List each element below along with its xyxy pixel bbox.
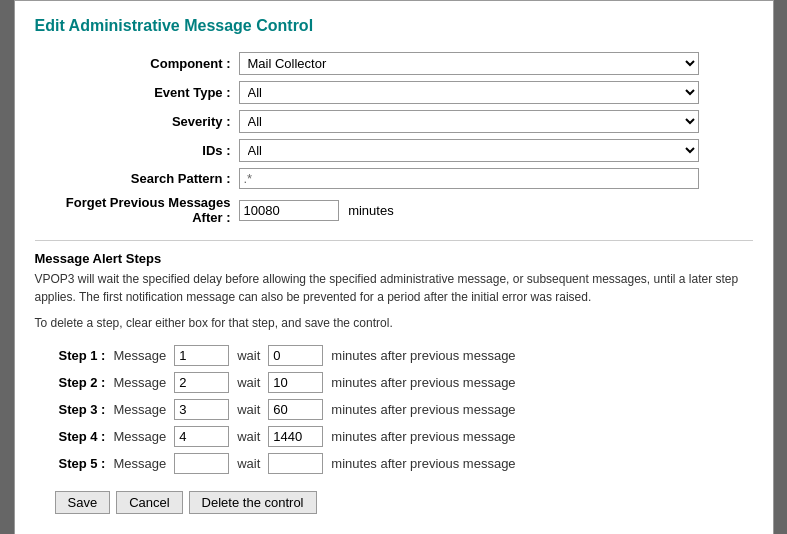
- step-message-cell-1: [170, 342, 233, 369]
- step-message-input-2[interactable]: [174, 372, 229, 393]
- step-message-cell-4: [170, 423, 233, 450]
- component-row: Component : Mail Collector: [35, 49, 753, 78]
- buttons-row: Save Cancel Delete the control: [55, 491, 753, 514]
- ids-field-cell: All: [235, 136, 753, 165]
- forget-row: Forget Previous Messages After : minutes: [35, 192, 753, 228]
- severity-row: Severity : All: [35, 107, 753, 136]
- delete-hint: To delete a step, clear either box for t…: [35, 316, 753, 330]
- main-window: Edit Administrative Message Control Comp…: [14, 0, 774, 534]
- component-field-cell: Mail Collector: [235, 49, 753, 78]
- step-row: Step 1 : Message wait minutes after prev…: [55, 342, 520, 369]
- ids-select[interactable]: All: [239, 139, 699, 162]
- section-title: Message Alert Steps: [35, 251, 753, 266]
- step-message-input-4[interactable]: [174, 426, 229, 447]
- step-wait-input-4[interactable]: [268, 426, 323, 447]
- forget-label: Forget Previous Messages After :: [35, 192, 235, 228]
- step-wait-prefix-1: wait: [233, 342, 264, 369]
- step-wait-input-2[interactable]: [268, 372, 323, 393]
- event-type-select[interactable]: All: [239, 81, 699, 104]
- step-wait-prefix-4: wait: [233, 423, 264, 450]
- divider: [35, 240, 753, 241]
- search-pattern-field-cell: [235, 165, 753, 192]
- step-wait-prefix-5: wait: [233, 450, 264, 477]
- step-label-5: Step 5 :: [55, 450, 110, 477]
- step-wait-input-5[interactable]: [268, 453, 323, 474]
- form-table: Component : Mail Collector Event Type : …: [35, 49, 753, 228]
- event-type-label: Event Type :: [35, 78, 235, 107]
- page-title: Edit Administrative Message Control: [35, 17, 753, 35]
- forget-field-cell: minutes: [235, 192, 753, 228]
- cancel-button[interactable]: Cancel: [116, 491, 182, 514]
- severity-field-cell: All: [235, 107, 753, 136]
- step-message-prefix-1: Message: [109, 342, 170, 369]
- component-label: Component :: [35, 49, 235, 78]
- step-row: Step 3 : Message wait minutes after prev…: [55, 396, 520, 423]
- step-row: Step 2 : Message wait minutes after prev…: [55, 369, 520, 396]
- severity-label: Severity :: [35, 107, 235, 136]
- step-message-prefix-2: Message: [109, 369, 170, 396]
- step-wait-prefix-3: wait: [233, 396, 264, 423]
- search-pattern-label: Search Pattern :: [35, 165, 235, 192]
- step-wait-cell-3: [264, 396, 327, 423]
- step-wait-input-3[interactable]: [268, 399, 323, 420]
- step-message-prefix-5: Message: [109, 450, 170, 477]
- step-message-cell-5: [170, 450, 233, 477]
- severity-select[interactable]: All: [239, 110, 699, 133]
- description-text: VPOP3 will wait the specified delay befo…: [35, 270, 753, 306]
- step-label-4: Step 4 :: [55, 423, 110, 450]
- step-suffix-3: minutes after previous message: [327, 396, 519, 423]
- step-suffix-1: minutes after previous message: [327, 342, 519, 369]
- step-wait-cell-1: [264, 342, 327, 369]
- delete-control-button[interactable]: Delete the control: [189, 491, 317, 514]
- search-pattern-row: Search Pattern :: [35, 165, 753, 192]
- step-message-input-5[interactable]: [174, 453, 229, 474]
- step-label-2: Step 2 :: [55, 369, 110, 396]
- step-message-cell-2: [170, 369, 233, 396]
- step-wait-prefix-2: wait: [233, 369, 264, 396]
- step-suffix-4: minutes after previous message: [327, 423, 519, 450]
- forget-input[interactable]: [239, 200, 339, 221]
- step-wait-cell-4: [264, 423, 327, 450]
- ids-label: IDs :: [35, 136, 235, 165]
- search-pattern-input[interactable]: [239, 168, 699, 189]
- step-suffix-2: minutes after previous message: [327, 369, 519, 396]
- step-label-1: Step 1 :: [55, 342, 110, 369]
- step-wait-cell-5: [264, 450, 327, 477]
- step-row: Step 5 : Message wait minutes after prev…: [55, 450, 520, 477]
- step-message-cell-3: [170, 396, 233, 423]
- component-select[interactable]: Mail Collector: [239, 52, 699, 75]
- step-message-input-3[interactable]: [174, 399, 229, 420]
- step-message-prefix-4: Message: [109, 423, 170, 450]
- minutes-label: minutes: [348, 203, 394, 218]
- event-type-field-cell: All: [235, 78, 753, 107]
- step-message-input-1[interactable]: [174, 345, 229, 366]
- event-type-row: Event Type : All: [35, 78, 753, 107]
- step-label-3: Step 3 :: [55, 396, 110, 423]
- step-wait-cell-2: [264, 369, 327, 396]
- step-wait-input-1[interactable]: [268, 345, 323, 366]
- ids-row: IDs : All: [35, 136, 753, 165]
- step-row: Step 4 : Message wait minutes after prev…: [55, 423, 520, 450]
- save-button[interactable]: Save: [55, 491, 111, 514]
- steps-table: Step 1 : Message wait minutes after prev…: [55, 342, 520, 477]
- step-message-prefix-3: Message: [109, 396, 170, 423]
- step-suffix-5: minutes after previous message: [327, 450, 519, 477]
